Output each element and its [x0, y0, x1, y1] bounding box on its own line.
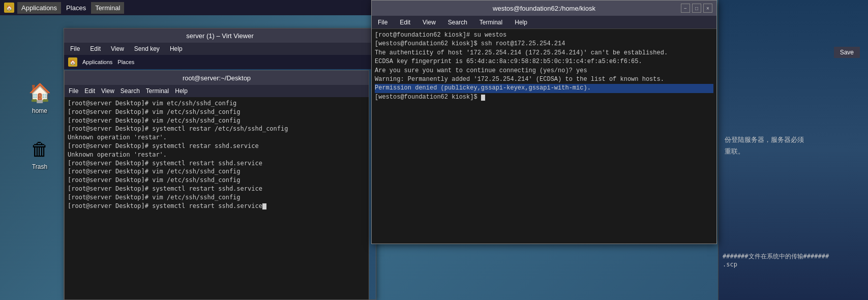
right-panel-text-line2: 重联。 [725, 145, 864, 157]
server-menu-edit[interactable]: Edit [84, 87, 95, 95]
trash-icon-image: 🗑 [27, 137, 52, 161]
close-button[interactable]: × [703, 4, 712, 13]
server-desktop: 🏠 Applications Places root@server:~/Desk… [64, 55, 376, 299]
server-line: [root@server Desktop]# systemctl restart… [68, 185, 366, 193]
server-line: [root@server Desktop]# systemctl restart… [68, 202, 366, 211]
applications-icon: 🏠 [4, 3, 14, 13]
server-line: [root@server Desktop]# vim /etc/ssh/sshd… [68, 116, 366, 125]
save-button-area: Save [834, 47, 864, 58]
server-menu-file[interactable]: File [69, 87, 78, 95]
server-line: [root@server Desktop]# vim /etc/ssh/sshd… [68, 193, 366, 202]
westos-titlebar-controls: − □ × [681, 4, 712, 13]
server-topbar-label: Applications [82, 59, 112, 65]
right-panel-text-line1: 份登陆服务器，服务器必须 [725, 134, 864, 145]
westos-line: [westos@foundation62 kiosk]$ ssh root@17… [375, 40, 713, 48]
server-terminal-window: root@server:~/Desktop File Edit View Sea… [64, 70, 369, 299]
virt-viewer-content: 🏠 Applications Places root@server:~/Desk… [64, 55, 376, 299]
topbar-apps: 🏠 Applications Places Terminal [0, 2, 128, 14]
westos-line: The authenticity of host '172.25.254.214… [375, 49, 713, 57]
westos-title: westos@foundation62:/home/kiosk [493, 5, 595, 12]
server-line: [root@server Desktop]# vim /etc/ssh/sshd… [68, 176, 366, 185]
server-menu-view[interactable]: View [101, 87, 114, 95]
maximize-button[interactable]: □ [692, 4, 701, 13]
server-terminal-menubar: File Edit View Search Terminal Help [65, 85, 369, 97]
trash-icon[interactable]: 🗑 Trash [25, 135, 54, 172]
topbar-terminal[interactable]: Terminal [91, 2, 124, 14]
westos-menu-edit[interactable]: Edit [398, 18, 412, 27]
topbar: 🏠 Applications Places Terminal [0, 0, 371, 15]
virt-menu-help[interactable]: Help [168, 44, 185, 53]
westos-line: [root@foundation62 kiosk]# su westos [375, 31, 713, 40]
save-button[interactable]: Save [834, 47, 860, 58]
virt-menu-view[interactable]: View [109, 44, 126, 53]
westos-titlebar: westos@foundation62:/home/kiosk − □ × [372, 1, 716, 16]
westos-terminal-window: westos@foundation62:/home/kiosk − □ × Fi… [371, 0, 717, 244]
server-line: [root@server Desktop]# vim /etc/ssh/sshd… [68, 108, 366, 116]
westos-menu-help[interactable]: Help [513, 18, 529, 27]
right-panel-text: 份登陆服务器，服务器必须 重联。 [721, 130, 868, 162]
server-terminal-content[interactable]: [root@server Desktop]# vim etc/ssh/sshd_… [65, 97, 369, 299]
home-icon[interactable]: 🏠 home [25, 79, 54, 116]
westos-line: Permission denied (publickey,gssapi-keye… [375, 84, 713, 93]
server-line: [root@server Desktop]# systemctl restar … [68, 142, 366, 151]
westos-menu-terminal[interactable]: Terminal [477, 18, 504, 27]
topbar-places[interactable]: Places [62, 2, 90, 14]
server-terminal-title: root@server:~/Desktop [183, 74, 251, 82]
virt-viewer-title: server (1) – Virt Viewer [186, 32, 253, 40]
westos-menu-view[interactable]: View [421, 18, 438, 27]
right-panel-bottom-line1: #######文件在系统中的传输####### [723, 252, 864, 261]
home-icon-label: home [32, 107, 47, 114]
server-line: Unknown operation 'restar'. [68, 133, 366, 142]
westos-line: Are you sure you want to continue connec… [375, 67, 713, 75]
virt-viewer-window: server (1) – Virt Viewer File Edit View … [64, 28, 376, 300]
server-apps-icon: 🏠 [68, 57, 77, 67]
right-panel: Save 份登陆服务器，服务器必须 重联。 #######文件在系统中的传输##… [718, 0, 868, 300]
server-menu-help[interactable]: Help [175, 87, 188, 95]
server-menu-search[interactable]: Search [121, 87, 140, 95]
westos-menubar: File Edit View Search Terminal Help [372, 16, 716, 29]
server-line: [root@server Desktop]# systemctl restar … [68, 125, 366, 133]
server-line: [root@server Desktop]# vim etc/ssh/sshd_… [68, 99, 366, 108]
virt-menu-edit[interactable]: Edit [88, 44, 103, 53]
westos-line: ECDSA key fingerprint is 65:4d:ac:8a:c9:… [375, 57, 713, 66]
right-panel-bottom-line2: .scp [723, 261, 864, 268]
server-line: Unknown operation 'restar'. [68, 151, 366, 159]
topbar-applications[interactable]: Applications [17, 2, 61, 14]
desktop: 🏠 Applications Places Terminal 🏠 home 🗑 … [0, 0, 868, 300]
right-panel-bottom: #######文件在系统中的传输####### .scp [719, 248, 868, 272]
minimize-button[interactable]: − [681, 4, 690, 13]
westos-menu-file[interactable]: File [376, 18, 390, 27]
westos-line: [westos@foundation62 kiosk]$ [375, 93, 713, 102]
virt-menu-sendkey[interactable]: Send key [132, 44, 162, 53]
server-line: [root@server Desktop]# systemctl restart… [68, 159, 366, 168]
server-topbar: 🏠 Applications Places [64, 55, 376, 69]
server-topbar-places: Places [117, 59, 134, 65]
server-terminal-titlebar: root@server:~/Desktop [65, 71, 369, 85]
westos-content[interactable]: [root@foundation62 kiosk]# su westos[wes… [372, 29, 716, 244]
westos-line: Warning: Permanently added '172.25.254.2… [375, 75, 713, 84]
server-line: [root@server Desktop]# vim /etc/ssh/sshd… [68, 167, 366, 176]
home-icon-image: 🏠 [27, 81, 52, 105]
server-menu-terminal[interactable]: Terminal [146, 87, 169, 95]
trash-icon-label: Trash [32, 163, 47, 170]
virt-viewer-menubar: File Edit View Send key Help [64, 43, 376, 55]
virt-viewer-titlebar: server (1) – Virt Viewer [64, 28, 376, 43]
virt-menu-file[interactable]: File [68, 44, 82, 53]
westos-menu-search[interactable]: Search [446, 18, 469, 27]
